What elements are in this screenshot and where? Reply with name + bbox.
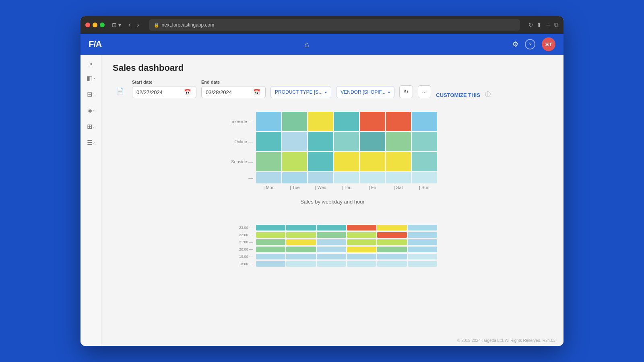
cell2-22-mon — [256, 232, 285, 238]
home-button[interactable]: ⌂ — [304, 40, 309, 49]
customize-button[interactable]: CUSTOMIZE THIS — [436, 92, 480, 98]
cell2-20-tue — [286, 247, 316, 252]
cell2-18-mon — [256, 261, 285, 267]
cell2-19-wed — [317, 254, 346, 259]
cell-lakeside-fri — [360, 112, 385, 131]
vendor-filter[interactable]: VENDOR [SHOPIF... ▾ — [336, 86, 394, 98]
share-button[interactable]: ⬆ — [537, 21, 542, 29]
help-button[interactable]: ? — [525, 39, 535, 49]
main-area: » ◧ › ⊟ › ◈ › ⊞ › ☰ — [80, 55, 564, 346]
more-options-button[interactable]: ··· — [418, 85, 431, 98]
cell-empty-wed — [308, 172, 333, 183]
sidebar-chevron-4: › — [93, 124, 94, 129]
cell2-19-thu — [347, 254, 376, 259]
minimize-button[interactable] — [93, 23, 97, 27]
sidebar-chevron-5: › — [93, 140, 95, 145]
cell2-20-mon — [256, 247, 285, 252]
start-date-input[interactable] — [136, 89, 181, 95]
cell2-18-fri — [377, 261, 407, 267]
url-text: next.forecastingapp.com — [162, 22, 215, 28]
cell2-19-mon — [256, 254, 285, 259]
sidebar-chevron-3: › — [93, 108, 94, 113]
user-avatar[interactable]: ST — [542, 37, 555, 51]
browser-chrome: ⊡ ▾ ‹ › 🔒 next.forecastingapp.com ↻ ⬆ ＋ … — [80, 16, 564, 34]
cell2-21-sat — [408, 239, 437, 245]
cell-empty-mon — [256, 172, 281, 183]
cell2-23-tue — [286, 225, 316, 230]
reload-button[interactable]: ↻ — [528, 21, 533, 29]
app-logo[interactable]: F/A — [89, 39, 101, 49]
heatmap-row-online: Online — — [256, 132, 437, 151]
heatmap1-x-axis: | Mon | Tue | Wed | Thu | Fri | Sat | Su… — [256, 185, 437, 190]
cell2-21-thu — [347, 239, 376, 245]
collapse-icon: » — [89, 60, 93, 67]
x-label-wed: | Wed — [308, 185, 334, 190]
cell-lakeside-sat — [386, 112, 411, 131]
heatmap2: 23:00 — — [228, 221, 437, 271]
cell2-21-tue — [286, 239, 316, 245]
heatmap2-row-23: 23:00 — — [256, 225, 437, 230]
tabs-button[interactable]: ⧉ — [554, 21, 559, 29]
cell-online-fri — [360, 132, 385, 151]
refresh-button[interactable]: ↻ — [399, 85, 413, 98]
cell-online-sat — [386, 132, 411, 151]
reports-icon: ⊟ — [87, 90, 92, 98]
cell2-22-thu — [347, 232, 376, 238]
cell-online-wed — [308, 132, 333, 151]
cell2-20-fri — [377, 247, 407, 252]
address-bar[interactable]: 🔒 next.forecastingapp.com — [149, 19, 520, 31]
cell-online-sun — [412, 132, 437, 151]
cell-online-thu — [334, 132, 359, 151]
sidebar-toggle-icon[interactable]: ⊡ ▾ — [109, 21, 124, 29]
sidebar-collapse-button[interactable]: » — [87, 58, 95, 69]
nav-center: ⌂ — [101, 40, 512, 49]
back-button[interactable]: ‹ — [127, 21, 132, 29]
new-tab-button[interactable]: ＋ — [545, 21, 551, 29]
cell2-19-fri — [377, 254, 407, 259]
cell2-23-wed — [317, 225, 346, 230]
heatmap2-cells-22 — [256, 232, 437, 238]
product-type-filter[interactable]: PRODUCT TYPE [S... ▾ — [270, 86, 331, 98]
cell2-21-wed — [317, 239, 346, 245]
sidebar-item-reports[interactable]: ⊟ › — [83, 87, 99, 101]
footer: © 2015-2024 Targetta Ltd. All Rights Res… — [457, 338, 555, 343]
views-icon: ◧ — [87, 74, 93, 82]
sidebar-item-products[interactable]: ◈ › — [83, 103, 99, 117]
maximize-button[interactable] — [100, 23, 105, 27]
end-date-input[interactable] — [206, 89, 250, 95]
cell2-23-fri — [377, 225, 407, 230]
cell-seaside-sun — [412, 152, 437, 171]
heatmap-cells-empty — [256, 172, 437, 183]
x-label-thu: | Thu — [334, 185, 359, 190]
heatmap-row-seaside: Seaside — — [256, 152, 437, 171]
cell-lakeside-tue — [282, 112, 308, 131]
end-date-input-wrap: 📅 — [201, 86, 266, 98]
document-icon-button[interactable]: 📄 — [113, 84, 127, 98]
sidebar-item-grid[interactable]: ⊞ › — [83, 119, 99, 134]
forward-button[interactable]: › — [135, 21, 140, 29]
end-date-calendar-icon[interactable]: 📅 — [253, 89, 260, 95]
customize-help-icon[interactable]: ⓘ — [485, 91, 491, 98]
sidebar: » ◧ › ⊟ › ◈ › ⊞ › ☰ — [80, 55, 101, 346]
cell2-20-thu — [347, 247, 376, 252]
cell2-18-tue — [286, 261, 316, 267]
cell2-23-thu — [347, 225, 376, 230]
app-container: F/A ⌂ ⚙ ? ST » ◧ › ⊟ — [80, 34, 564, 346]
heatmap-row-empty: — — [256, 172, 437, 183]
cell2-20-wed — [317, 247, 346, 252]
browser-actions: ↻ ⬆ ＋ ⧉ — [528, 21, 559, 29]
sidebar-chevron-1: › — [93, 76, 95, 80]
cell-empty-sat — [386, 172, 411, 183]
sidebar-item-views[interactable]: ◧ › — [83, 71, 99, 85]
cell2-20-sat — [408, 247, 437, 252]
cell-seaside-thu — [334, 152, 359, 171]
start-date-calendar-icon[interactable]: 📅 — [184, 89, 191, 95]
sidebar-item-list[interactable]: ☰ › — [83, 135, 99, 150]
filters-row: 📄 Start date 📅 End date 📅 — [113, 80, 552, 98]
settings-button[interactable]: ⚙ — [512, 40, 518, 49]
vendor-chevron: ▾ — [388, 90, 390, 95]
top-nav: F/A ⌂ ⚙ ? ST — [80, 34, 564, 55]
start-date-group: Start date 📅 — [132, 80, 196, 98]
close-button[interactable] — [85, 23, 90, 27]
row-label-22: 22:00 — — [228, 233, 256, 237]
